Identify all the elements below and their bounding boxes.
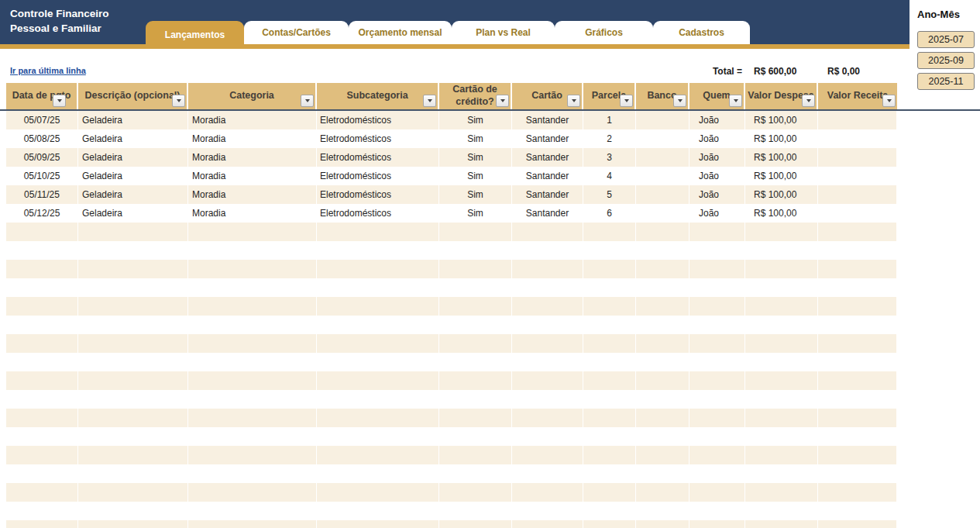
table-cell[interactable] [317, 520, 439, 528]
filter-dropdown-icon[interactable] [802, 95, 815, 107]
table-cell[interactable] [745, 371, 818, 390]
table-cell[interactable] [439, 260, 512, 278]
table-cell[interactable] [583, 427, 636, 446]
table-cell[interactable] [689, 371, 745, 390]
table-cell[interactable] [439, 464, 512, 483]
tab-graficos[interactable]: Gráficos [555, 21, 653, 44]
table-cell[interactable] [6, 278, 78, 297]
table-cell[interactable]: 05/07/25 [6, 111, 78, 129]
table-cell[interactable] [6, 260, 78, 278]
table-cell[interactable] [636, 111, 689, 129]
table-cell[interactable] [78, 390, 188, 409]
table-cell[interactable] [583, 409, 636, 427]
table-cell[interactable]: Eletrodomésticos [317, 111, 439, 129]
table-cell[interactable]: Sim [439, 204, 512, 223]
table-cell[interactable] [689, 483, 745, 502]
table-cell[interactable]: Santander [512, 204, 583, 223]
table-cell[interactable] [818, 111, 897, 129]
table-cell[interactable] [78, 427, 188, 446]
table-cell[interactable] [818, 464, 897, 483]
table-cell[interactable] [6, 409, 78, 427]
table-cell[interactable] [512, 427, 583, 446]
table-cell[interactable]: Geladeira [78, 111, 188, 129]
table-cell[interactable] [317, 464, 439, 483]
table-cell[interactable] [636, 129, 689, 148]
table-cell[interactable] [818, 353, 897, 371]
table-cell[interactable] [188, 260, 317, 278]
table-cell[interactable]: 05/08/25 [6, 129, 78, 148]
table-cell[interactable] [583, 297, 636, 316]
table-cell[interactable]: R$ 100,00 [745, 185, 818, 204]
table-cell[interactable] [636, 297, 689, 316]
table-cell[interactable] [512, 241, 583, 260]
table-cell[interactable] [439, 390, 512, 409]
table-cell[interactable] [583, 241, 636, 260]
table-cell[interactable]: Santander [512, 111, 583, 129]
table-cell[interactable] [6, 297, 78, 316]
table-cell[interactable] [818, 483, 897, 502]
table-cell[interactable] [317, 371, 439, 390]
tab-lancamentos[interactable]: Lançamentos [146, 21, 244, 49]
table-cell[interactable]: Geladeira [78, 148, 188, 167]
table-cell[interactable] [512, 390, 583, 409]
table-cell[interactable] [78, 260, 188, 278]
table-cell[interactable] [636, 520, 689, 528]
table-cell[interactable]: Sim [439, 129, 512, 148]
table-cell[interactable] [583, 316, 636, 334]
table-cell[interactable] [636, 334, 689, 353]
table-cell[interactable] [6, 223, 78, 241]
tab-contas-cartoes[interactable]: Contas/Cartões [244, 21, 349, 44]
table-cell[interactable] [583, 390, 636, 409]
table-cell[interactable]: João [689, 111, 745, 129]
table-cell[interactable] [188, 353, 317, 371]
table-cell[interactable] [188, 409, 317, 427]
table-cell[interactable] [78, 316, 188, 334]
table-cell[interactable] [818, 129, 897, 148]
table-cell[interactable]: Moradia [188, 204, 317, 223]
table-cell[interactable] [636, 260, 689, 278]
table-cell[interactable] [818, 427, 897, 446]
table-cell[interactable]: 6 [583, 204, 636, 223]
table-cell[interactable] [745, 483, 818, 502]
table-cell[interactable] [188, 483, 317, 502]
table-cell[interactable] [745, 427, 818, 446]
table-cell[interactable] [188, 464, 317, 483]
table-cell[interactable] [439, 409, 512, 427]
table-cell[interactable] [689, 334, 745, 353]
table-cell[interactable] [745, 278, 818, 297]
table-cell[interactable]: 2 [583, 129, 636, 148]
table-cell[interactable]: 5 [583, 185, 636, 204]
table-cell[interactable]: Eletrodomésticos [317, 129, 439, 148]
table-cell[interactable] [439, 446, 512, 464]
table-cell[interactable]: Geladeira [78, 129, 188, 148]
filter-dropdown-icon[interactable] [673, 95, 686, 107]
table-cell[interactable] [317, 427, 439, 446]
table-cell[interactable] [439, 334, 512, 353]
table-cell[interactable] [689, 316, 745, 334]
table-cell[interactable] [439, 520, 512, 528]
table-cell[interactable] [636, 316, 689, 334]
table-cell[interactable] [512, 223, 583, 241]
table-cell[interactable] [439, 427, 512, 446]
table-cell[interactable] [78, 278, 188, 297]
table-cell[interactable] [745, 446, 818, 464]
table-cell[interactable] [818, 446, 897, 464]
table-cell[interactable] [439, 502, 512, 520]
table-cell[interactable] [188, 241, 317, 260]
table-cell[interactable]: Geladeira [78, 167, 188, 185]
table-cell[interactable] [818, 316, 897, 334]
table-cell[interactable] [583, 446, 636, 464]
table-cell[interactable] [818, 409, 897, 427]
table-cell[interactable]: Santander [512, 185, 583, 204]
table-cell[interactable] [583, 223, 636, 241]
table-cell[interactable] [78, 520, 188, 528]
table-cell[interactable] [818, 334, 897, 353]
table-cell[interactable]: Santander [512, 167, 583, 185]
table-cell[interactable] [78, 464, 188, 483]
table-cell[interactable] [745, 297, 818, 316]
table-cell[interactable] [583, 278, 636, 297]
table-cell[interactable]: 05/11/25 [6, 185, 78, 204]
table-cell[interactable] [6, 353, 78, 371]
table-cell[interactable] [439, 371, 512, 390]
table-cell[interactable]: 05/10/25 [6, 167, 78, 185]
